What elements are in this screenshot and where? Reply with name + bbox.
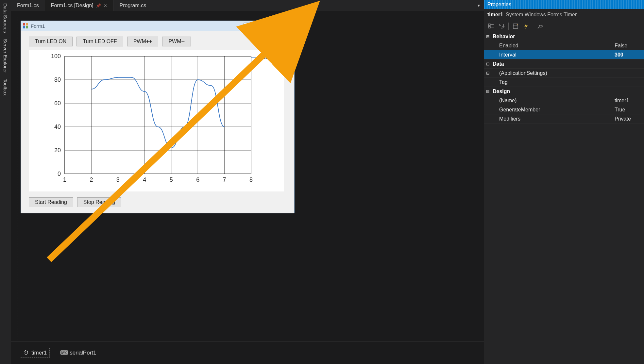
- properties-panel: Properties timer1 System.Windows.Forms.T…: [484, 0, 644, 364]
- tray-timer1[interactable]: ⏱ timer1: [20, 348, 49, 357]
- chart-svg: 12345678020406080100: [29, 50, 284, 191]
- svg-text:8: 8: [249, 176, 253, 183]
- component-tray: ⏱ timer1 ⌨ serialPort1: [11, 341, 484, 364]
- svg-text:1: 1: [63, 176, 66, 183]
- chart-control[interactable]: Series1 12345678020406080100: [29, 50, 284, 191]
- rail-data-sources[interactable]: Data Sources: [3, 3, 8, 33]
- tab-form1-cs[interactable]: Form1.cs: [11, 0, 45, 11]
- svg-text:40: 40: [54, 124, 61, 130]
- minimize-icon[interactable]: —: [243, 23, 257, 29]
- form-app-icon: [23, 23, 28, 28]
- svg-text:6: 6: [196, 176, 199, 183]
- collapse-icon[interactable]: ⊟: [484, 33, 491, 40]
- properties-toolbar: AZ: [484, 20, 644, 32]
- pwm-decrement-button[interactable]: PWM--: [162, 37, 191, 46]
- timer-icon: ⏱: [23, 350, 29, 356]
- prop-row[interactable]: ModifiersPrivate: [484, 114, 644, 124]
- prop-row[interactable]: Interval300: [484, 50, 644, 59]
- stop-reading-button[interactable]: Stop Reading: [77, 197, 121, 207]
- close-window-icon[interactable]: ✕: [279, 23, 292, 29]
- pwm-increment-button[interactable]: PWM++: [127, 37, 159, 46]
- start-reading-button[interactable]: Start Reading: [29, 197, 73, 207]
- document-tabs: Form1.cs Form1.cs [Design] 📌 ✕ Program.c…: [11, 0, 484, 11]
- turn-led-off-button[interactable]: Turn LED OFF: [76, 37, 123, 46]
- svg-text:4: 4: [143, 176, 146, 183]
- svg-rect-29: [488, 24, 490, 25]
- svg-text:7: 7: [223, 176, 226, 183]
- rail-toolbox[interactable]: Toolbox: [3, 79, 8, 96]
- prop-category[interactable]: ⊟Behavior: [484, 32, 644, 41]
- collapse-icon[interactable]: ⊟: [484, 61, 491, 67]
- chevron-down-icon: ▼: [477, 4, 481, 8]
- tab-overflow-button[interactable]: ▼: [474, 0, 484, 11]
- form-window[interactable]: Form1 — ▭ ✕ Turn LED ON Turn LED OFF PWM…: [21, 21, 295, 213]
- svg-text:A: A: [499, 24, 501, 26]
- prop-row[interactable]: (Name)timer1: [484, 96, 644, 105]
- properties-title[interactable]: Properties: [484, 0, 644, 9]
- svg-text:2: 2: [90, 176, 93, 183]
- alphabetical-view-button[interactable]: AZ: [497, 22, 506, 31]
- properties-view-button[interactable]: [511, 22, 520, 31]
- selected-object-name: timer1: [487, 12, 503, 18]
- svg-text:80: 80: [54, 76, 61, 83]
- serial-port-icon: ⌨: [61, 350, 67, 356]
- events-view-button[interactable]: [521, 22, 531, 31]
- tab-program-cs[interactable]: Program.cs: [113, 0, 152, 11]
- prop-row[interactable]: ⊞(ApplicationSettings): [484, 69, 644, 78]
- form-titlebar: Form1 — ▭ ✕: [21, 21, 294, 31]
- tray-timer-label: timer1: [31, 350, 47, 356]
- svg-text:5: 5: [170, 176, 173, 183]
- form-title-text: Form1: [31, 23, 45, 29]
- expand-icon[interactable]: ⊞: [484, 70, 491, 76]
- properties-grid[interactable]: ⊟BehaviorEnabledFalseInterval300⊟Data⊞(A…: [484, 32, 644, 364]
- categorized-view-button[interactable]: [486, 22, 496, 31]
- side-rail: Data Sources Server Explorer Toolbox: [0, 0, 11, 364]
- pin-icon[interactable]: 📌: [96, 3, 101, 8]
- svg-text:3: 3: [116, 176, 120, 183]
- selected-object-class: System.Windows.Forms.Timer: [506, 12, 577, 18]
- close-icon[interactable]: ✕: [104, 3, 107, 8]
- svg-text:60: 60: [54, 100, 61, 107]
- prop-row[interactable]: Tag: [484, 78, 644, 87]
- svg-rect-30: [488, 26, 490, 28]
- collapse-icon[interactable]: ⊟: [484, 88, 491, 94]
- design-canvas[interactable]: Form1 — ▭ ✕ Turn LED ON Turn LED OFF PWM…: [18, 17, 474, 358]
- tray-serialport1[interactable]: ⌨ serialPort1: [59, 348, 99, 357]
- prop-row[interactable]: GenerateMemberTrue: [484, 105, 644, 114]
- rail-server-explorer[interactable]: Server Explorer: [3, 39, 8, 73]
- maximize-icon[interactable]: ▭: [261, 23, 275, 29]
- svg-point-37: [517, 24, 517, 25]
- svg-text:100: 100: [51, 53, 61, 59]
- properties-object-selector[interactable]: timer1 System.Windows.Forms.Timer: [484, 9, 644, 20]
- svg-text:20: 20: [54, 147, 61, 154]
- designer-surface: Form1 — ▭ ✕ Turn LED ON Turn LED OFF PWM…: [11, 11, 484, 364]
- property-pages-button[interactable]: [535, 22, 545, 31]
- tab-form1-design[interactable]: Form1.cs [Design] 📌 ✕: [45, 0, 114, 11]
- turn-led-on-button[interactable]: Turn LED ON: [29, 37, 73, 46]
- prop-row[interactable]: EnabledFalse: [484, 41, 644, 50]
- svg-rect-0: [65, 56, 251, 174]
- prop-category[interactable]: ⊟Data: [484, 59, 644, 69]
- svg-text:0: 0: [58, 171, 61, 177]
- tray-serial-label: serialPort1: [70, 350, 96, 356]
- prop-category[interactable]: ⊟Design: [484, 87, 644, 96]
- form-body: Turn LED ON Turn LED OFF PWM++ PWM-- Ser…: [21, 31, 294, 213]
